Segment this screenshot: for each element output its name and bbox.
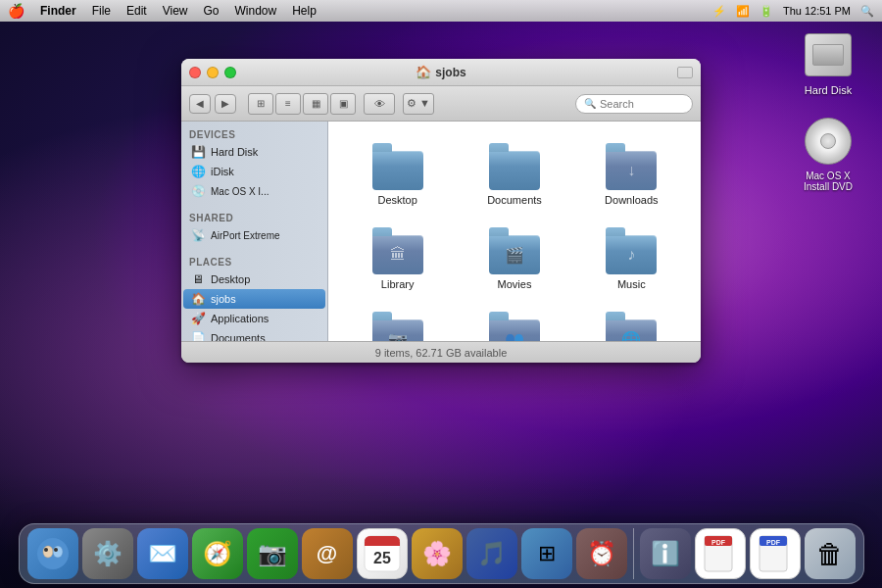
documents-label: Documents — [211, 332, 266, 341]
sysinfo-dock-icon: ℹ️ — [640, 528, 691, 579]
view-buttons: ⊞ ≡ ▦ ▣ — [248, 93, 356, 115]
file-downloads-label: Downloads — [605, 194, 658, 206]
window-menu[interactable]: Window — [235, 4, 277, 18]
dock-iphoto[interactable]: 🌸 — [412, 528, 463, 579]
dock-timemachine[interactable]: ⏰ — [576, 528, 627, 579]
bluetooth-icon[interactable]: ⚡ — [712, 5, 726, 18]
dock-trash[interactable]: 🗑 — [805, 528, 856, 579]
spaces-dock-icon: ⊞ — [521, 528, 572, 579]
macos-icon: 💿 — [191, 184, 205, 198]
file-sites[interactable]: 🌐 Sites — [578, 306, 685, 341]
places-heading: PLACES — [181, 253, 327, 270]
dvd-icon[interactable]: Mac OS X Install DVD — [794, 116, 862, 192]
mail-dock-icon: ✉️ — [137, 528, 188, 579]
back-button[interactable]: ◀ — [189, 94, 211, 114]
svg-rect-7 — [365, 542, 400, 546]
dock-mail[interactable]: ✉️ — [137, 528, 188, 579]
apple-menu[interactable]: 🍎 — [8, 3, 24, 19]
itunes-dock-icon: 🎵 — [466, 528, 517, 579]
forward-button[interactable]: ▶ — [215, 94, 236, 114]
finder-window: 🏠 sjobs ◀ ▶ ⊞ ≡ ▦ ▣ 👁 ⚙ ▼ 🔍 DEVICES 💾 — [181, 59, 701, 363]
iphoto-dock-icon: 🌸 — [412, 528, 463, 579]
svg-point-0 — [37, 538, 69, 569]
idisk-icon: 🌐 — [191, 165, 205, 178]
wifi-icon[interactable]: 📶 — [736, 5, 750, 18]
file-pictures[interactable]: 📷 Pictures — [344, 306, 451, 341]
dock-safari[interactable]: 🧭 — [192, 528, 243, 579]
go-menu[interactable]: Go — [204, 4, 220, 18]
svg-point-1 — [43, 546, 53, 558]
svg-point-4 — [54, 548, 58, 552]
battery-icon[interactable]: 🔋 — [760, 5, 773, 18]
sidebar-item-idisk[interactable]: 🌐 iDisk — [183, 162, 325, 181]
edit-menu[interactable]: Edit — [126, 4, 147, 18]
shared-section: SHARED 📡 AirPort Extreme — [181, 205, 327, 249]
dock-pdf2[interactable]: PDF — [750, 528, 801, 579]
file-music[interactable]: ♪ Music — [578, 221, 685, 296]
view-menu[interactable]: View — [163, 4, 188, 18]
dock-itunes[interactable]: 🎵 — [466, 528, 517, 579]
dock-pdf1[interactable]: PDF — [695, 528, 746, 579]
status-text: 9 items, 62.71 GB available — [375, 347, 508, 359]
sidebar-item-desktop[interactable]: 🖥 Desktop — [183, 270, 325, 289]
dock-ical[interactable]: 25 — [357, 528, 408, 579]
documents-icon: 📄 — [191, 331, 205, 341]
facetime-dock-icon: 📷 — [247, 528, 298, 579]
syspref-dock-icon: ⚙️ — [82, 528, 133, 579]
places-section: PLACES 🖥 Desktop 🏠 sjobs 🚀 Applications … — [181, 249, 327, 341]
dock-addressbook[interactable]: @ — [302, 528, 353, 579]
window-title-text: sjobs — [435, 66, 466, 79]
sjobs-label: sjobs — [211, 293, 236, 305]
dock-syspref[interactable]: ⚙️ — [82, 528, 133, 579]
file-public[interactable]: 👥 Public — [461, 306, 567, 341]
search-box[interactable]: 🔍 — [575, 94, 693, 114]
minimize-button[interactable] — [207, 67, 219, 78]
sidebar-item-harddisk[interactable]: 💾 Hard Disk — [183, 142, 325, 162]
maximize-button[interactable] — [224, 67, 236, 78]
clock: Thu 12:51 PM — [783, 5, 851, 17]
action-button[interactable]: ⚙ ▼ — [403, 93, 434, 115]
file-movies[interactable]: 🎬 Movies — [461, 221, 567, 296]
sidebar-item-sjobs[interactable]: 🏠 sjobs — [183, 289, 325, 309]
toolbar: ◀ ▶ ⊞ ≡ ▦ ▣ 👁 ⚙ ▼ 🔍 — [181, 86, 701, 122]
file-documents[interactable]: Documents — [461, 137, 567, 212]
finder-dock-icon — [27, 528, 78, 579]
collapse-button[interactable] — [677, 67, 693, 78]
devices-heading: DEVICES — [181, 125, 327, 142]
dock-facetime[interactable]: 📷 — [247, 528, 298, 579]
list-view-button[interactable]: ≡ — [275, 93, 301, 115]
sidebar-item-documents[interactable]: 📄 Documents — [183, 328, 325, 341]
dvd-label: Mac OS X Install DVD — [794, 171, 862, 192]
dock-spaces[interactable]: ⊞ — [521, 528, 572, 579]
airport-icon: 📡 — [191, 228, 205, 242]
column-view-button[interactable]: ▦ — [303, 93, 328, 115]
search-input[interactable] — [600, 95, 684, 113]
close-button[interactable] — [189, 67, 201, 78]
icon-view-button[interactable]: ⊞ — [248, 93, 273, 115]
file-desktop[interactable]: Desktop — [344, 137, 451, 212]
safari-dock-icon: 🧭 — [192, 528, 243, 579]
file-downloads[interactable]: ↓ Downloads — [578, 137, 685, 212]
eye-button[interactable]: 👁 — [364, 93, 395, 115]
file-menu[interactable]: File — [92, 4, 111, 18]
dock-finder[interactable] — [27, 528, 78, 579]
hard-disk-icon[interactable]: Hard Disk — [803, 29, 854, 96]
finder-menu[interactable]: Finder — [40, 4, 76, 18]
dock-container: ⚙️ ✉️ 🧭 📷 @ 25 🌸 — [0, 500, 882, 588]
sidebar-item-airport[interactable]: 📡 AirPort Extreme — [183, 225, 325, 245]
window-content: DEVICES 💾 Hard Disk 🌐 iDisk 💿 Mac OS X I… — [181, 122, 701, 341]
sidebar: DEVICES 💾 Hard Disk 🌐 iDisk 💿 Mac OS X I… — [181, 122, 328, 341]
cover-view-button[interactable]: ▣ — [330, 93, 356, 115]
svg-point-3 — [44, 548, 48, 552]
file-library-label: Library — [381, 278, 415, 290]
harddisk-icon: 💾 — [191, 145, 205, 159]
file-library[interactable]: 🏛 Library — [344, 221, 451, 296]
spotlight-icon[interactable]: 🔍 — [860, 5, 874, 18]
traffic-lights — [189, 67, 236, 78]
menubar: 🍎 Finder File Edit View Go Window Help ⚡… — [0, 0, 882, 22]
help-menu[interactable]: Help — [292, 4, 317, 18]
dock-sysinfo[interactable]: ℹ️ — [640, 528, 691, 579]
sidebar-item-applications[interactable]: 🚀 Applications — [183, 309, 325, 328]
sidebar-item-macos[interactable]: 💿 Mac OS X I... — [183, 181, 325, 201]
file-documents-label: Documents — [487, 194, 542, 206]
